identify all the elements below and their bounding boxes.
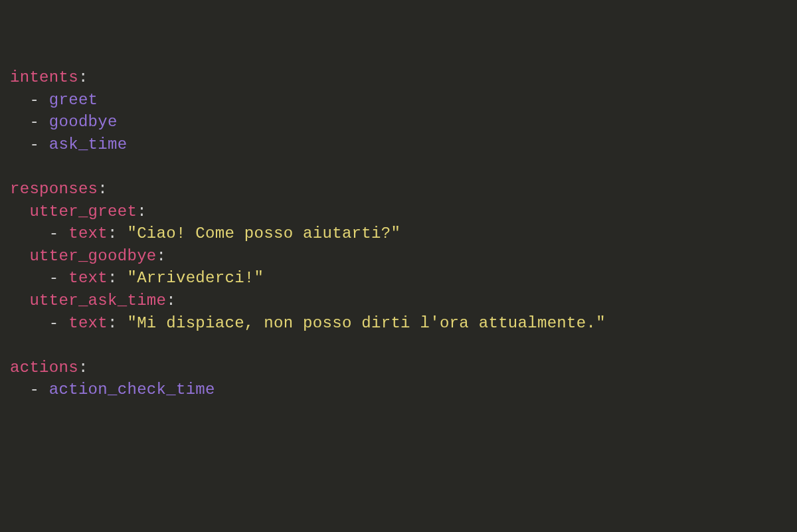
blank-line bbox=[10, 334, 797, 357]
dash: - bbox=[49, 314, 59, 332]
line-action-item: - action_check_time bbox=[10, 379, 797, 401]
text-key: text bbox=[68, 314, 108, 332]
line-intents-key: intents: bbox=[10, 66, 797, 89]
yaml-value: ask_time bbox=[49, 135, 128, 153]
colon: : bbox=[108, 224, 118, 242]
yaml-subkey: utter_greet bbox=[29, 203, 137, 221]
yaml-subkey: utter_goodbye bbox=[29, 247, 156, 265]
text-key: text bbox=[68, 269, 108, 287]
colon: : bbox=[98, 180, 108, 198]
colon: : bbox=[157, 247, 167, 265]
colon: : bbox=[166, 292, 176, 310]
yaml-key: intents bbox=[10, 68, 78, 86]
line-intent-item: - ask_time bbox=[10, 133, 797, 156]
code-block: intents: - greet - goodbye - ask_time re… bbox=[10, 66, 797, 401]
dash: - bbox=[29, 135, 39, 153]
yaml-value: action_check_time bbox=[49, 381, 215, 399]
yaml-key: responses bbox=[10, 180, 98, 198]
yaml-string: "Arrivederci!" bbox=[127, 269, 264, 287]
line-response-text: - text: "Arrivederci!" bbox=[10, 267, 797, 290]
line-response-name: utter_goodbye: bbox=[10, 245, 797, 268]
line-response-name: utter_greet: bbox=[10, 201, 797, 223]
colon: : bbox=[108, 314, 118, 332]
dash: - bbox=[29, 113, 39, 131]
line-actions-key: actions: bbox=[10, 357, 797, 379]
dash: - bbox=[49, 224, 59, 242]
dash: - bbox=[29, 381, 39, 399]
line-response-text: - text: "Ciao! Come posso aiutarti?" bbox=[10, 222, 797, 245]
yaml-string: "Ciao! Come posso aiutarti?" bbox=[127, 224, 400, 242]
line-response-text: - text: "Mi dispiace, non posso dirti l'… bbox=[10, 312, 797, 335]
colon: : bbox=[78, 359, 88, 377]
yaml-value: goodbye bbox=[49, 113, 118, 131]
dash: - bbox=[49, 269, 59, 287]
colon: : bbox=[137, 203, 147, 221]
line-intent-item: - greet bbox=[10, 89, 797, 112]
text-key: text bbox=[68, 224, 108, 242]
yaml-subkey: utter_ask_time bbox=[29, 292, 166, 310]
line-intent-item: - goodbye bbox=[10, 111, 797, 133]
dash: - bbox=[29, 91, 39, 109]
yaml-value: greet bbox=[49, 91, 98, 109]
yaml-key: actions bbox=[10, 359, 78, 377]
blank-line bbox=[10, 155, 797, 178]
colon: : bbox=[78, 68, 88, 86]
colon: : bbox=[108, 269, 118, 287]
line-responses-key: responses: bbox=[10, 178, 797, 201]
yaml-string: "Mi dispiace, non posso dirti l'ora attu… bbox=[127, 314, 605, 332]
line-response-name: utter_ask_time: bbox=[10, 290, 797, 312]
